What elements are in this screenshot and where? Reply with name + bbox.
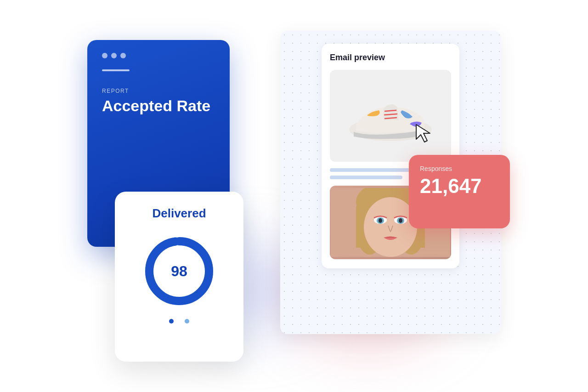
dot-3 [120, 53, 126, 58]
donut-value: 98 [171, 262, 187, 279]
responses-value: 21,647 [420, 176, 499, 196]
scene: REPORT Accepted Rate Email preview [87, 31, 501, 362]
responses-card: Responses 21,647 [409, 155, 510, 228]
report-title: Accepted Rate [102, 97, 215, 115]
dot-1 [102, 53, 107, 58]
window-dots [102, 53, 215, 58]
dot-2 [111, 53, 117, 58]
svg-point-12 [379, 218, 382, 223]
cursor-arrow [414, 123, 433, 141]
delivered-title: Delivered [152, 206, 206, 221]
delivered-card: Delivered 98 [115, 192, 243, 362]
responses-label: Responses [420, 165, 499, 172]
svg-point-15 [399, 218, 402, 223]
legend-dot-blue [169, 319, 174, 324]
email-shoe-image [330, 70, 451, 162]
delivered-legend [169, 319, 189, 324]
cursor-icon [414, 123, 433, 143]
text-line-2 [330, 176, 402, 179]
report-card-bar [102, 69, 130, 71]
report-subtitle: REPORT [102, 88, 215, 94]
legend-dot-light-blue [185, 319, 189, 324]
donut-chart: 98 [142, 234, 216, 308]
email-preview-title: Email preview [330, 53, 451, 62]
